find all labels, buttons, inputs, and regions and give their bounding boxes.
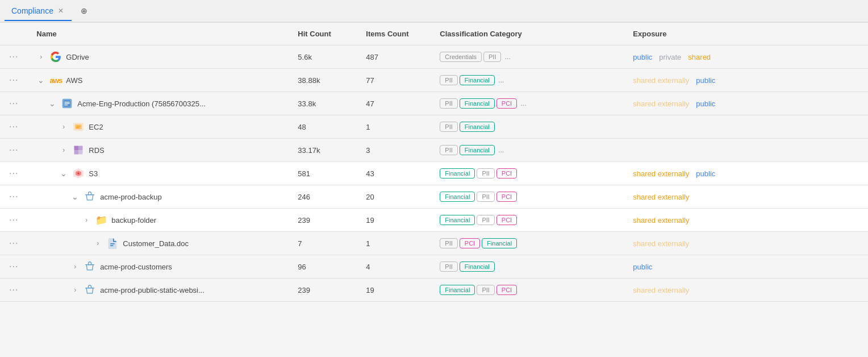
hit-count-cell: 7 <box>289 232 357 255</box>
name-cell: › RDS <box>27 139 289 162</box>
exposure-cell: shared externally <box>624 209 868 232</box>
classification-cell: PIIFinancial ... <box>431 69 624 92</box>
dots-menu[interactable]: ··· <box>9 75 18 85</box>
row-icon <box>73 121 84 132</box>
dots-menu[interactable]: ··· <box>9 285 18 294</box>
expand-icon[interactable]: › <box>59 146 68 154</box>
badge-pci: PCI <box>460 238 480 248</box>
exposure-shared-externally: shared externally <box>633 286 689 294</box>
row-name: AWS <box>66 76 82 85</box>
dots-menu[interactable]: ··· <box>9 238 18 248</box>
dots-menu-cell: ··· <box>0 69 27 92</box>
dots-menu-cell: ··· <box>0 45 27 69</box>
dots-menu[interactable]: ··· <box>9 215 18 225</box>
row-name: S3 <box>89 169 98 178</box>
hit-count-cell: 246 <box>289 185 357 209</box>
name-cell: › EC2 <box>27 115 289 139</box>
row-name: GDrive <box>66 53 89 61</box>
row-name: backup-folder <box>111 216 156 225</box>
row-icon <box>84 284 95 296</box>
compliance-table: Name Hit Count Items Count Classificatio… <box>0 23 868 302</box>
dots-menu-cell: ··· <box>0 92 27 115</box>
dots-menu-cell: ··· <box>0 115 27 139</box>
tab-add[interactable]: ⊕ <box>74 2 94 21</box>
dots-menu[interactable]: ··· <box>9 98 18 108</box>
items-count-cell: 4 <box>357 255 431 279</box>
expand-icon[interactable]: › <box>93 239 102 247</box>
dots-menu-cell: ··· <box>0 185 27 209</box>
table-row: ··· ⌄ aws AWS 38.88k 77 PIIFinancial ...… <box>0 69 868 92</box>
items-count-cell: 43 <box>357 162 431 185</box>
hit-count-cell: 33.17k <box>289 139 357 162</box>
badge-more: ... <box>503 53 510 61</box>
badge-pii: PII <box>483 52 501 62</box>
hit-count-cell: 239 <box>289 279 357 302</box>
badge-financial: Financial <box>460 75 495 85</box>
dots-menu[interactable]: ··· <box>9 192 18 201</box>
exposure-cell: public <box>624 255 868 279</box>
tab-compliance-label: Compliance <box>11 6 53 15</box>
badge-pii: PII <box>440 145 457 155</box>
svg-rect-7 <box>78 150 83 155</box>
col-name: Name <box>27 23 289 45</box>
col-hit-count: Hit Count <box>289 23 357 45</box>
name-cell: ⌄ acme-prod-backup <box>27 185 289 209</box>
hit-count-cell: 33.8k <box>289 92 357 115</box>
items-count-cell: 1 <box>357 115 431 139</box>
tab-close-icon[interactable]: ✕ <box>57 7 65 15</box>
expand-icon[interactable]: › <box>59 123 68 131</box>
classification-cell: CredentialsPII ... <box>431 45 624 69</box>
name-cell: ⌄ Acme-Eng-Production (75856700325... <box>27 92 289 115</box>
badge-pii: PII <box>477 168 494 178</box>
table-row: ··· › acme-prod-customers 96 4 PIIFinanc… <box>0 255 868 279</box>
collapse-icon[interactable]: ⌄ <box>36 76 45 85</box>
svg-point-10 <box>78 172 80 174</box>
expand-icon[interactable]: › <box>70 263 80 271</box>
badge-pci: PCI <box>496 98 517 109</box>
dots-menu[interactable]: ··· <box>9 145 18 155</box>
exposure-cell: publicprivateshared <box>624 45 868 69</box>
classification-cell: PIIFinancial ... <box>431 139 624 162</box>
classification-cell: FinancialPIIPCI <box>431 279 624 302</box>
exposure-cell: shared externally <box>624 185 868 209</box>
expand-icon[interactable]: › <box>36 53 45 61</box>
tab-compliance[interactable]: Compliance ✕ <box>5 2 72 21</box>
expand-icon[interactable]: › <box>82 216 91 224</box>
row-icon: aws <box>50 74 61 86</box>
row-name: Customer_Data.doc <box>123 239 189 248</box>
row-icon <box>107 238 118 249</box>
row-icon <box>73 168 84 179</box>
badge-pii: PII <box>440 75 457 85</box>
dots-menu[interactable]: ··· <box>9 122 18 131</box>
exposure-private: private <box>659 53 681 61</box>
badge-financial: Financial <box>440 215 475 225</box>
add-tab-icon: ⊕ <box>81 6 87 15</box>
badge-pii: PII <box>477 285 494 295</box>
row-name: EC2 <box>89 123 103 131</box>
classification-cell: PIIFinancial <box>431 255 624 279</box>
col-items-count: Items Count <box>357 23 431 45</box>
row-name: acme-prod-public-static-websi... <box>100 286 205 294</box>
collapse-icon[interactable]: ⌄ <box>48 99 57 108</box>
exposure-public: public <box>696 169 715 178</box>
row-icon <box>73 144 84 156</box>
hit-count-cell: 96 <box>289 255 357 279</box>
badge-financial: Financial <box>440 192 475 202</box>
items-count-cell: 487 <box>357 45 431 69</box>
badge-financial: Financial <box>460 261 495 272</box>
table-row: ··· › 📁 backup-folder 239 19 FinancialPI… <box>0 209 868 232</box>
badge-pii: PII <box>440 98 457 109</box>
items-count-cell: 47 <box>357 92 431 115</box>
expand-icon[interactable]: › <box>70 286 80 294</box>
collapse-icon[interactable]: ⌄ <box>70 192 80 201</box>
exposure-cell: shared externallypublic <box>624 69 868 92</box>
dots-menu[interactable]: ··· <box>9 261 18 271</box>
dots-menu[interactable]: ··· <box>9 52 18 61</box>
collapse-icon[interactable]: ⌄ <box>59 169 68 178</box>
badge-more: ... <box>519 99 526 107</box>
table-header-row: Name Hit Count Items Count Classificatio… <box>0 23 868 45</box>
exposure-public: public <box>633 53 652 61</box>
hit-count-cell: 239 <box>289 209 357 232</box>
dots-menu[interactable]: ··· <box>9 168 18 178</box>
badge-pci: PCI <box>496 215 517 225</box>
